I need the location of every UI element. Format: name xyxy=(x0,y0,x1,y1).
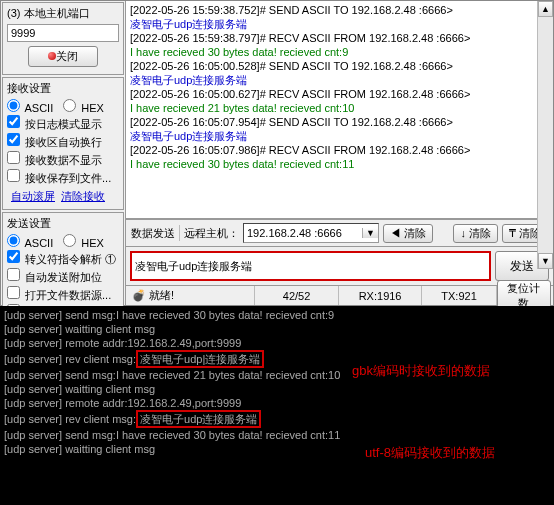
remote-host-combo[interactable]: ▼ xyxy=(243,223,379,243)
recv-opt-3[interactable]: 接收保存到文件... xyxy=(7,169,111,186)
utf8-annotation: utf-8编码接收到的数据 xyxy=(365,446,495,460)
close-button[interactable]: 关闭 xyxy=(28,46,98,67)
left-sidebar: (3) 本地主机端口 关闭 接收设置 ASCII HEX 按日志模式显示 接收区… xyxy=(1,1,126,305)
vertical-scrollbar[interactable]: ▲ ▼ xyxy=(537,1,553,269)
terminal-output: gbk编码时接收到的数据 utf-8编码接收到的数据 [udp server] … xyxy=(0,306,554,505)
right-panel: [2022-05-26 15:59:38.752]# SEND ASCII TO… xyxy=(126,1,553,305)
recv-ascii-radio[interactable]: ASCII xyxy=(7,99,53,114)
clear-left-button[interactable]: ◀ 清除 xyxy=(383,224,433,243)
send-ascii-radio[interactable]: ASCII xyxy=(7,234,53,249)
data-send-label: 数据发送 xyxy=(131,226,175,241)
message-input[interactable] xyxy=(130,251,491,281)
gbk-annotation: gbk编码时接收到的数据 xyxy=(352,364,490,378)
status-ready: 就绪! xyxy=(149,288,174,303)
log-area[interactable]: [2022-05-26 15:59:38.752]# SEND ASCII TO… xyxy=(126,1,553,219)
recv-settings: 接收设置 ASCII HEX 按日志模式显示 接收区自动换行 接收数据不显示 接… xyxy=(2,77,124,210)
status-bar: 💣就绪! 42/52 RX:1916 TX:921 复位计数 xyxy=(126,285,553,305)
clear-down-button[interactable]: ↓ 清除 xyxy=(453,224,498,243)
port-section-title: (3) 本地主机端口 xyxy=(7,6,119,21)
scroll-up-icon[interactable]: ▲ xyxy=(538,1,553,17)
scroll-down-icon[interactable]: ▼ xyxy=(538,253,553,269)
send-toolbar: 数据发送 远程主机： ▼ ◀ 清除 ↓ 清除 ₸ 清除 xyxy=(126,219,553,247)
ready-icon: 💣 xyxy=(132,289,146,302)
main-panel: (3) 本地主机端口 关闭 接收设置 ASCII HEX 按日志模式显示 接收区… xyxy=(0,0,554,306)
auto-scroll-link[interactable]: 自动滚屏 xyxy=(11,189,55,204)
send-row: 发送 xyxy=(126,247,553,285)
send-hex-radio[interactable]: HEX xyxy=(63,234,104,249)
recv-opt-0[interactable]: 按日志模式显示 xyxy=(7,115,102,132)
port-section: (3) 本地主机端口 关闭 xyxy=(2,2,124,75)
send-opt-2[interactable]: 打开文件数据源... xyxy=(7,286,111,303)
remote-host-label: 远程主机： xyxy=(184,226,239,241)
chevron-down-icon[interactable]: ▼ xyxy=(362,228,378,238)
recv-title: 接收设置 xyxy=(7,81,119,96)
dot-icon xyxy=(48,52,56,60)
recv-opt-2[interactable]: 接收数据不显示 xyxy=(7,151,102,168)
status-ratio: 42/52 xyxy=(255,286,339,305)
status-rx: RX:1916 xyxy=(339,286,423,305)
send-title: 发送设置 xyxy=(7,216,119,231)
local-port-input[interactable] xyxy=(7,24,119,42)
status-tx: TX:921 xyxy=(422,286,496,305)
remote-host-input[interactable] xyxy=(244,227,362,239)
clear-recv-link[interactable]: 清除接收 xyxy=(61,189,105,204)
send-opt-1[interactable]: 自动发送附加位 xyxy=(7,268,102,285)
recv-hex-radio[interactable]: HEX xyxy=(63,99,104,114)
recv-opt-1[interactable]: 接收区自动换行 xyxy=(7,133,102,150)
send-opt-0[interactable]: 转义符指令解析 ① xyxy=(7,250,116,267)
